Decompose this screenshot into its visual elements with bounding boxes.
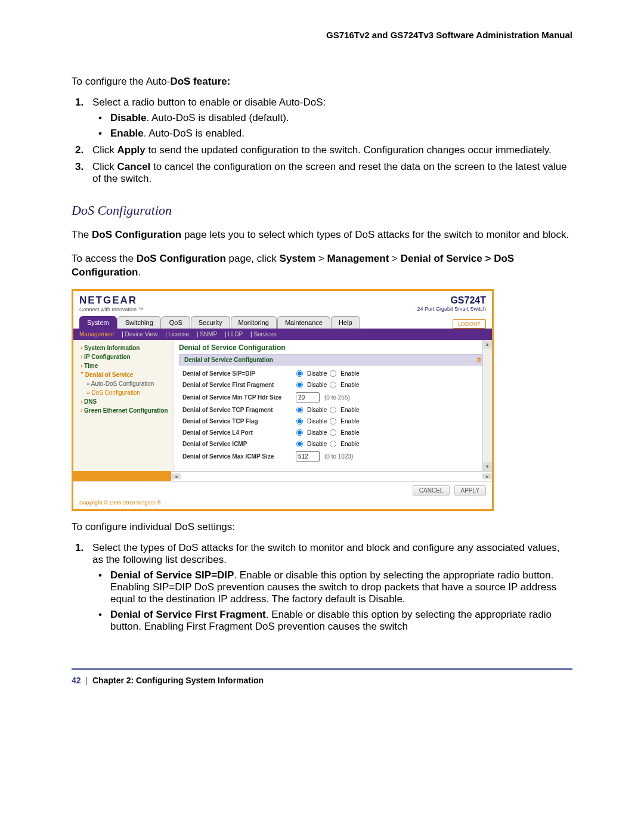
sidebar: System Information IP Configuration Time… xyxy=(73,340,174,471)
radio-tcpfrag-enable[interactable] xyxy=(330,407,336,413)
page-footer: 42 | Chapter 2: Configuring System Infor… xyxy=(72,668,572,685)
panel-title: Denial of Service Configuration xyxy=(184,357,273,363)
tab-system[interactable]: System xyxy=(79,316,117,329)
sidebar-item-auto-dos[interactable]: » Auto-DoS Configuration xyxy=(76,379,171,388)
main-tabs: System Switching QoS Security Monitoring… xyxy=(73,314,492,329)
sidebar-item-time[interactable]: Time xyxy=(76,361,171,370)
step-2-bold: Apply xyxy=(117,144,145,156)
radio-tcpflag-enable[interactable] xyxy=(330,418,336,425)
page-number: 42 xyxy=(72,676,81,685)
post-screenshot-intro: To configure individual DoS settings: xyxy=(72,521,572,533)
tab-help[interactable]: Help xyxy=(331,316,360,329)
sidebar-item-ip-config[interactable]: IP Configuration xyxy=(76,352,171,361)
radio-l4-enable[interactable] xyxy=(330,429,336,436)
row-first-fragment: Denial of Service First Fragment Disable… xyxy=(180,379,486,391)
label-tcp-fragment: Denial of Service TCP Fragment xyxy=(182,407,296,413)
bullet-sip-dip: Denial of Service SIP=DIP. Enable or dis… xyxy=(110,569,572,605)
scroll-right-icon[interactable]: ▸ xyxy=(482,473,492,479)
radio-l4-disable[interactable] xyxy=(296,429,303,436)
radio-icmp-disable[interactable] xyxy=(296,441,303,447)
intro-prefix: To configure the Auto- xyxy=(72,76,170,87)
row-tcp-flag: Denial of Service TCP Flag Disable Enabl… xyxy=(180,416,486,427)
radio-ff-disable[interactable] xyxy=(296,382,303,388)
row-max-icmp: Denial of Service Max ICMP Size (0 to 10… xyxy=(180,450,486,463)
range-min-tcp-hdr: (0 to 255) xyxy=(324,394,350,401)
manual-title: GS716Tv2 and GS724Tv3 Software Administr… xyxy=(72,30,572,40)
radio-sip-dip-disable[interactable] xyxy=(296,370,303,377)
opt-enable: Enable xyxy=(340,370,359,377)
range-max-icmp: (0 to 1023) xyxy=(324,453,353,460)
step-2-pre: Click xyxy=(92,144,117,156)
para-2-pre: To access the xyxy=(72,253,137,264)
radio-tcpflag-disable[interactable] xyxy=(296,418,303,425)
radio-tcpfrag-disable[interactable] xyxy=(296,407,303,413)
radio-icmp-enable[interactable] xyxy=(330,441,336,447)
subnav-services[interactable]: Services xyxy=(253,331,276,337)
subnav-lldp[interactable]: LLDP xyxy=(228,331,243,337)
subnav-device-view[interactable]: Device View xyxy=(125,331,158,337)
subnav-snmp[interactable]: SNMP xyxy=(200,331,217,337)
label-sip-dip: Denial of Service SIP=DIP xyxy=(182,370,296,377)
individual-dos-steps: Select the types of DoS attacks for the … xyxy=(72,542,572,633)
apply-button[interactable]: APPLY xyxy=(454,485,487,496)
tab-monitoring[interactable]: Monitoring xyxy=(231,316,277,329)
opt-disable-2: Disable xyxy=(307,382,327,388)
section-heading: DoS Configuration xyxy=(72,203,572,218)
step-b-1: Select the types of DoS attacks for the … xyxy=(86,542,572,633)
sidebar-item-system-info[interactable]: System Information xyxy=(76,343,171,352)
panel-header: Denial of Service Configuration ⑦ xyxy=(179,354,487,366)
label-l4-port: Denial of Service L4 Port xyxy=(182,429,296,436)
scroll-up-icon[interactable]: ▴ xyxy=(483,340,492,349)
sidebar-item-dns[interactable]: DNS xyxy=(76,397,171,406)
brand-block: NETGEAR Connect with Innovation ™ xyxy=(79,295,144,312)
bullet-sip-dip-bold: Denial of Service SIP=DIP xyxy=(110,569,234,581)
model-name: GS724T xyxy=(417,295,486,306)
label-max-icmp: Denial of Service Max ICMP Size xyxy=(182,453,296,460)
step-b-1-text: Select the types of DoS attacks for the … xyxy=(92,542,559,565)
row-icmp: Denial of Service ICMP Disable Enable xyxy=(180,438,486,450)
brand-tagline: Connect with Innovation ™ xyxy=(79,306,144,312)
para-2: To access the DoS Configuration page, cl… xyxy=(72,252,572,280)
para-1-post: page lets you to select which types of D… xyxy=(181,229,569,240)
para-2-mid1: page, click xyxy=(226,253,280,264)
para-1-pre: The xyxy=(72,229,92,240)
label-first-fragment: Denial of Service First Fragment xyxy=(182,382,296,388)
cancel-button[interactable]: CANCEL xyxy=(413,485,450,496)
row-sip-dip: Denial of Service SIP=DIP Disable Enable xyxy=(180,368,486,379)
intro-bold: DoS feature: xyxy=(170,76,230,87)
logout-button[interactable]: LOGOUT xyxy=(453,319,486,329)
bullet-first-fragment: Denial of Service First Fragment. Enable… xyxy=(110,609,572,633)
tab-security[interactable]: Security xyxy=(191,316,230,329)
main-panel: Denial of Service Configuration Denial o… xyxy=(174,340,492,471)
sidebar-auto-dos-label: Auto-DoS Configuration xyxy=(91,380,154,387)
sidebar-item-dos[interactable]: Denial of Service xyxy=(76,370,171,379)
copyright-text: Copyright © 1996-2010 Netgear ® xyxy=(73,498,492,509)
dos-config-screenshot: NETGEAR Connect with Innovation ™ GS724T… xyxy=(72,289,494,511)
radio-sip-dip-enable[interactable] xyxy=(330,370,336,377)
tab-switching[interactable]: Switching xyxy=(117,316,161,329)
vertical-scrollbar[interactable]: ▴ ▾ xyxy=(482,340,492,471)
horizontal-scrollbar[interactable]: ◂ ▸ xyxy=(171,471,492,481)
sidebar-item-green-ethernet[interactable]: Green Ethernet Configuration xyxy=(76,406,171,415)
bullet-enable-bold: Enable xyxy=(110,128,144,139)
sidebar-item-dos-config[interactable]: » DoS Configuration xyxy=(76,388,171,397)
tab-qos[interactable]: QoS xyxy=(162,316,190,329)
opt-disable-4: Disable xyxy=(307,418,327,425)
input-max-icmp[interactable] xyxy=(296,451,320,462)
tab-maintenance[interactable]: Maintenance xyxy=(277,316,330,329)
subnav-management[interactable]: Management xyxy=(79,331,114,337)
subnav-license[interactable]: License xyxy=(169,331,189,337)
input-min-tcp-hdr[interactable] xyxy=(296,392,320,402)
help-icon[interactable]: ⑦ xyxy=(476,357,482,363)
para-2-b3: Management xyxy=(327,253,389,264)
scroll-left-icon[interactable]: ◂ xyxy=(171,473,181,479)
bullet-disable-bold: Disable xyxy=(110,112,146,123)
opt-disable-3: Disable xyxy=(307,407,327,413)
footer-buttons: CANCEL APPLY xyxy=(73,481,492,498)
step-2-post: to send the updated configuration to the… xyxy=(145,144,552,156)
scroll-down-icon[interactable]: ▾ xyxy=(483,462,492,471)
row-l4-port: Denial of Service L4 Port Disable Enable xyxy=(180,427,486,438)
footer-separator: | xyxy=(85,676,88,685)
para-1-bold: DoS Configuration xyxy=(92,229,181,240)
radio-ff-enable[interactable] xyxy=(330,382,336,388)
